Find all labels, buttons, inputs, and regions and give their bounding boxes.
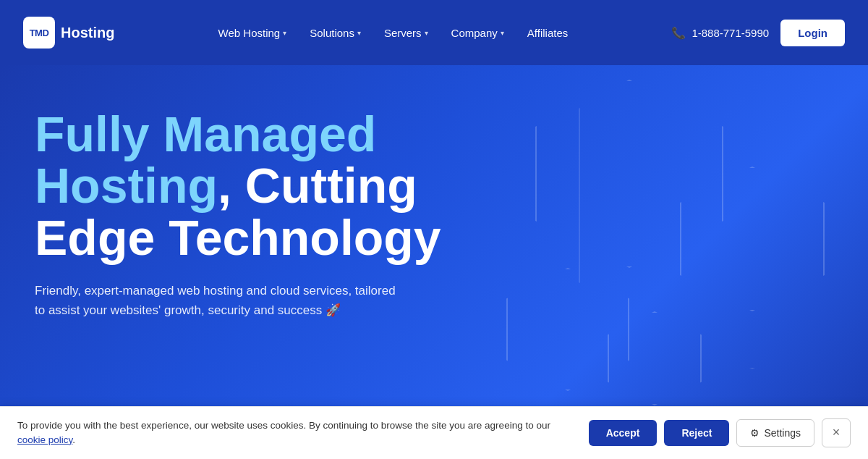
logo[interactable]: TMD Hosting [23,17,114,49]
phone-area[interactable]: 📞 1-888-771-5990 [671,26,769,40]
hero-section: Fully ManagedHosting, CuttingEdge Techno… [0,65,868,459]
hex-decoration [463,65,868,459]
chevron-down-icon: ▾ [501,29,504,37]
settings-button[interactable]: ⚙ Settings [736,419,814,447]
nav-item-affiliates[interactable]: Affiliates [519,21,576,45]
cookie-banner: To provide you with the best experience,… [0,406,868,460]
nav-link-web-hosting[interactable]: Web Hosting ▾ [210,21,296,45]
cookie-text: To provide you with the best experience,… [17,418,571,448]
cookie-actions: Accept Reject ⚙ Settings × [589,418,851,447]
logo-badge: TMD [23,17,55,49]
hero-subtitle: Friendly, expert-managed web hosting and… [35,281,411,320]
accept-button[interactable]: Accept [589,420,658,446]
cookie-policy-link[interactable]: cookie policy [17,434,72,445]
nav-item-solutions[interactable]: Solutions ▾ [301,21,370,45]
phone-number: 1-888-771-5990 [692,27,769,39]
nav-item-web-hosting[interactable]: Web Hosting ▾ [210,21,296,45]
nav-item-servers[interactable]: Servers ▾ [375,21,437,45]
nav-links: Web Hosting ▾ Solutions ▾ Servers ▾ Comp… [210,21,577,45]
hero-content: Fully ManagedHosting, CuttingEdge Techno… [35,109,441,321]
chevron-down-icon: ▾ [283,29,286,37]
nav-item-company[interactable]: Company ▾ [443,21,513,45]
navbar: TMD Hosting Web Hosting ▾ Solutions ▾ Se… [0,0,868,65]
nav-link-solutions[interactable]: Solutions ▾ [301,21,370,45]
nav-link-company[interactable]: Company ▾ [443,21,513,45]
chevron-down-icon: ▾ [357,29,361,37]
chevron-down-icon: ▾ [425,29,428,37]
hero-title: Fully ManagedHosting, CuttingEdge Techno… [35,109,441,264]
gear-icon: ⚙ [750,427,760,439]
close-button[interactable]: × [822,418,851,447]
nav-link-servers[interactable]: Servers ▾ [375,21,437,45]
phone-icon: 📞 [671,26,686,40]
login-button[interactable]: Login [780,20,845,46]
reject-button[interactable]: Reject [664,420,729,446]
nav-right: 📞 1-888-771-5990 Login [671,20,845,46]
nav-link-affiliates[interactable]: Affiliates [519,21,576,45]
logo-text: Hosting [61,25,114,41]
